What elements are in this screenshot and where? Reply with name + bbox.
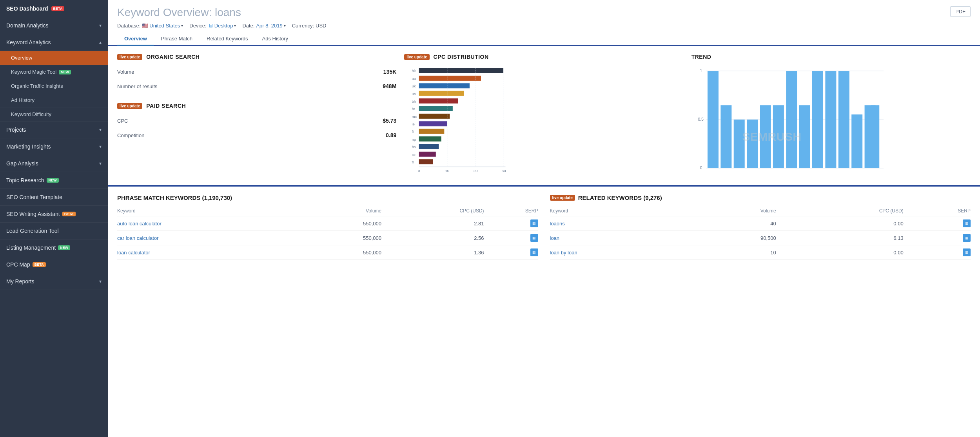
- related-keywords-title: live update RELATED KEYWORDS (9,276): [550, 194, 971, 201]
- svg-text:10: 10: [445, 169, 450, 173]
- organic-search-title: ORGANIC SEARCH: [146, 54, 200, 60]
- serp-icon[interactable]: ▦: [530, 248, 538, 256]
- seo-content-template-label: SEO Content Template: [6, 194, 62, 200]
- database-link[interactable]: 🇺🇸 United States ▾: [142, 23, 183, 29]
- sidebar-item-keyword-magic-tool[interactable]: Keyword Magic Tool NEW: [0, 65, 108, 79]
- pdf-button[interactable]: PDF: [950, 6, 971, 17]
- page-title: Keyword Overview: loans: [117, 6, 241, 19]
- svg-rect-53: [871, 105, 879, 168]
- serp-icon[interactable]: ▦: [963, 219, 971, 227]
- svg-rect-15: [419, 83, 470, 88]
- serp-cell: ▦: [484, 245, 538, 260]
- chevron-down-icon-reports: ▾: [99, 279, 102, 284]
- keyword-link[interactable]: auto loan calculator: [117, 221, 162, 227]
- live-badge-paid: live update: [117, 103, 142, 109]
- sidebar-logo: SEO Dashboard BETA: [0, 0, 108, 17]
- svg-text:hk: hk: [412, 69, 416, 73]
- sidebar-item-cpc-map[interactable]: CPC Map BETA: [0, 256, 108, 273]
- phrase-col-serp: SERP: [484, 206, 538, 216]
- tab-phrase-match[interactable]: Phrase Match: [154, 33, 200, 46]
- svg-text:0: 0: [418, 169, 420, 173]
- sidebar-item-domain-analytics[interactable]: Domain Analytics ▾: [0, 17, 108, 34]
- database-chevron: ▾: [181, 24, 183, 28]
- sidebar-item-listing-management[interactable]: Listing Management NEW: [0, 239, 108, 256]
- keyword-analytics-label: Keyword Analytics: [6, 39, 51, 45]
- sidebar-item-keyword-analytics[interactable]: Keyword Analytics ▴: [0, 34, 108, 51]
- trend-chart: 1 0.5 0: [691, 65, 971, 174]
- svg-rect-20: [419, 121, 447, 126]
- serp-cell: ▦: [904, 245, 971, 260]
- database-value: United States: [149, 23, 180, 29]
- results-label: Number of results: [117, 83, 158, 89]
- keyword-text: loans: [215, 6, 241, 18]
- serp-icon[interactable]: ▦: [963, 248, 971, 256]
- volume-cell: 40: [694, 216, 776, 231]
- overview-label: Overview: [11, 55, 32, 61]
- phrase-match-title-text: PHRASE MATCH KEYWORDS (1,190,730): [117, 194, 232, 201]
- tab-related-keywords[interactable]: Related Keywords: [200, 33, 255, 46]
- related-keywords-title-text: RELATED KEYWORDS (9,276): [578, 194, 662, 201]
- svg-rect-17: [419, 98, 458, 103]
- svg-text:fi: fi: [412, 129, 414, 134]
- svg-rect-46: [786, 71, 797, 168]
- sidebar-item-organic-traffic-insights[interactable]: Organic Traffic Insights: [0, 79, 108, 93]
- results-metric: Number of results 948M: [117, 79, 396, 93]
- sidebar-item-ad-history[interactable]: Ad History: [0, 93, 108, 107]
- svg-rect-21: [419, 129, 445, 134]
- table-row: auto loan calculator 550,000 2.81 ▦: [117, 216, 538, 231]
- sidebar-item-keyword-difficulty[interactable]: Keyword Difficulty: [0, 107, 108, 121]
- sidebar-item-projects[interactable]: Projects ▾: [0, 121, 108, 138]
- cpc-cell: 1.36: [381, 245, 484, 260]
- keyword-link[interactable]: car loan calculator: [117, 235, 159, 241]
- trend-title: TREND: [691, 54, 711, 60]
- date-link[interactable]: Apr 8, 2019 ▾: [256, 23, 285, 29]
- svg-text:ie: ie: [412, 122, 415, 126]
- sidebar-item-my-reports[interactable]: My Reports ▾: [0, 273, 108, 290]
- live-badge-related: live update: [550, 195, 575, 201]
- tab-ads-history[interactable]: Ads History: [255, 33, 295, 46]
- sidebar-item-seo-writing-assistant[interactable]: SEO Writing Assistant BETA: [0, 206, 108, 223]
- sidebar-item-marketing-insights[interactable]: Marketing Insights ▾: [0, 138, 108, 155]
- phrase-match-title: PHRASE MATCH KEYWORDS (1,190,730): [117, 194, 538, 201]
- keyword-link[interactable]: loaons: [550, 221, 565, 227]
- lead-generation-tool-label: Lead Generation Tool: [6, 228, 59, 234]
- svg-text:us: us: [412, 92, 416, 96]
- bottom-tables: PHRASE MATCH KEYWORDS (1,190,730) Keywor…: [117, 194, 971, 260]
- serp-icon[interactable]: ▦: [963, 234, 971, 242]
- svg-text:bs: bs: [412, 145, 416, 149]
- device-link[interactable]: 🖥 Desktop ▾: [208, 23, 236, 29]
- sidebar-item-gap-analysis[interactable]: Gap Analysis ▾: [0, 155, 108, 172]
- cpc-metric: CPC $5.73: [117, 114, 396, 128]
- svg-rect-16: [419, 91, 464, 96]
- keyword-link[interactable]: loan calculator: [117, 250, 150, 256]
- keyword-magic-tool-label: Keyword Magic Tool: [11, 69, 56, 75]
- keyword-cell: car loan calculator: [117, 231, 304, 245]
- keyword-cell: loan calculator: [117, 245, 304, 260]
- competition-label: Competition: [117, 132, 144, 138]
- svg-text:au: au: [412, 76, 416, 81]
- keyword-link[interactable]: loan by loan: [550, 250, 577, 256]
- top-panels: live update ORGANIC SEARCH Volume 135K N…: [117, 54, 971, 176]
- svg-rect-48: [812, 71, 823, 168]
- serp-icon[interactable]: ▦: [530, 219, 538, 227]
- sidebar: SEO Dashboard BETA Domain Analytics ▾ Ke…: [0, 0, 108, 437]
- sidebar-item-overview[interactable]: Overview: [0, 51, 108, 65]
- device-meta: Device: 🖥 Desktop ▾: [189, 23, 236, 29]
- svg-rect-19: [419, 114, 450, 119]
- cpc-distribution-chart: hk au uk us bh br mx ie fi np bs cz fr: [404, 65, 683, 174]
- keyword-link[interactable]: loan: [550, 235, 560, 241]
- sidebar-item-lead-generation-tool[interactable]: Lead Generation Tool: [0, 223, 108, 239]
- keyword-cell: loan by loan: [550, 245, 694, 260]
- keyword-cell: loaons: [550, 216, 694, 231]
- date-meta: Date: Apr 8, 2019 ▾: [242, 23, 285, 29]
- svg-rect-41: [720, 105, 731, 168]
- table-row: loan 90,500 6.13 ▦: [550, 231, 971, 245]
- sidebar-item-topic-research[interactable]: Topic Research NEW: [0, 172, 108, 189]
- device-label: Device:: [189, 23, 206, 29]
- table-row: loan by loan 10 0.00 ▦: [550, 245, 971, 260]
- cpc-map-label: CPC Map: [6, 261, 30, 268]
- sidebar-item-seo-content-template[interactable]: SEO Content Template: [0, 189, 108, 206]
- page-header: Keyword Overview: loans PDF Database: 🇺🇸…: [108, 0, 980, 46]
- serp-icon[interactable]: ▦: [530, 234, 538, 242]
- tab-overview[interactable]: Overview: [117, 33, 154, 46]
